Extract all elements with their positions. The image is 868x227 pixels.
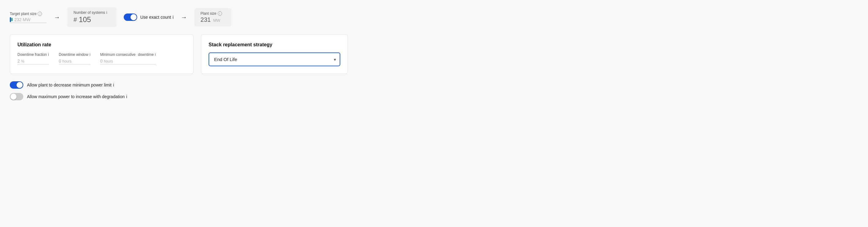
downtime-window-field: Downtime window i 0 hours	[59, 53, 90, 64]
plant-size-unit: MW	[213, 18, 220, 23]
bottom-toggles: Allow plant to decrease minimum power li…	[10, 81, 858, 100]
number-of-systems-box: Number of systems i # 105	[67, 7, 116, 27]
allow-increase-toggle[interactable]	[10, 93, 23, 100]
min-consecutive-label: Minimum consecutive downtime i	[100, 53, 156, 57]
target-plant-size-value: 232 MW	[14, 17, 33, 22]
utilization-card-title: Utilization rate	[18, 42, 186, 48]
stack-replacement-card: Stack replacement strategy End Of LifeFi…	[201, 34, 348, 74]
number-of-systems-value: # 105	[73, 15, 110, 24]
downtime-window-value-row: 0 hours	[59, 59, 90, 63]
target-plant-size-info-icon[interactable]: i	[38, 12, 42, 16]
hash-symbol: #	[73, 16, 77, 23]
brand-logo-icon	[10, 17, 12, 22]
downtime-window-unit: hours	[62, 59, 72, 63]
target-plant-size-label: Target plant size i	[10, 12, 46, 16]
allow-increase-row: Allow maximum power to increase with deg…	[10, 93, 858, 100]
allow-decrease-info-icon[interactable]: i	[113, 83, 114, 87]
plant-size-value: 231	[200, 16, 211, 23]
stack-select-wrapper: End Of LifeFixed IntervalCalendar Based	[209, 53, 340, 66]
min-consecutive-field: Minimum consecutive downtime i 0 hours	[100, 53, 156, 64]
plant-size-value-row: 231 MW	[200, 16, 225, 23]
arrow-right-icon: →	[54, 14, 60, 21]
downtime-fraction-value: 2	[18, 59, 20, 63]
use-exact-count-info-icon[interactable]: i	[173, 15, 173, 20]
downtime-fraction-field: Downtime fraction i 2 %	[18, 53, 49, 64]
utilization-fields: Downtime fraction i 2 % Downtime window …	[18, 53, 186, 64]
downtime-window-label: Downtime window i	[59, 53, 90, 57]
main-content: Utilization rate Downtime fraction i 2 %	[10, 34, 858, 74]
number-of-systems-label: Number of systems i	[73, 10, 110, 15]
arrow-right-icon-2: →	[181, 14, 187, 21]
use-exact-count-label: Use exact count i	[140, 15, 174, 20]
downtime-fraction-info-icon[interactable]: i	[48, 53, 49, 57]
min-consecutive-value: 0	[100, 59, 103, 63]
stack-replacement-title: Stack replacement strategy	[209, 42, 340, 48]
downtime-window-value: 0	[59, 59, 61, 63]
allow-increase-info-icon[interactable]: i	[126, 94, 127, 99]
allow-increase-label: Allow maximum power to increase with deg…	[27, 94, 127, 99]
plant-size-label: Plant size i	[200, 11, 225, 16]
stack-replacement-select[interactable]: End Of LifeFixed IntervalCalendar Based	[209, 53, 340, 66]
allow-decrease-row: Allow plant to decrease minimum power li…	[10, 81, 858, 89]
min-consecutive-value-row: 0 hours	[100, 59, 156, 63]
allow-decrease-label: Allow plant to decrease minimum power li…	[27, 83, 114, 87]
target-plant-size-group: Target plant size i 232 MW	[10, 12, 46, 23]
downtime-fraction-value-row: 2 %	[18, 59, 49, 63]
target-plant-size-input[interactable]: 232 MW	[10, 17, 46, 23]
utilization-card: Utilization rate Downtime fraction i 2 %	[10, 34, 193, 74]
number-of-systems-info-icon[interactable]: i	[106, 10, 107, 15]
min-consecutive-info-icon[interactable]: i	[155, 53, 156, 57]
top-row: Target plant size i 232 MW → Number of s…	[10, 7, 858, 27]
downtime-window-info-icon[interactable]: i	[89, 53, 90, 57]
allow-decrease-toggle[interactable]	[10, 81, 23, 89]
downtime-fraction-unit: %	[21, 59, 25, 63]
downtime-fraction-label: Downtime fraction i	[18, 53, 49, 57]
plant-size-info-icon[interactable]: i	[218, 11, 222, 16]
plant-size-box: Plant size i 231 MW	[194, 8, 231, 26]
use-exact-count-group: Use exact count i	[124, 13, 174, 21]
use-exact-count-toggle[interactable]	[124, 13, 137, 21]
min-consecutive-unit: hours	[104, 59, 113, 63]
